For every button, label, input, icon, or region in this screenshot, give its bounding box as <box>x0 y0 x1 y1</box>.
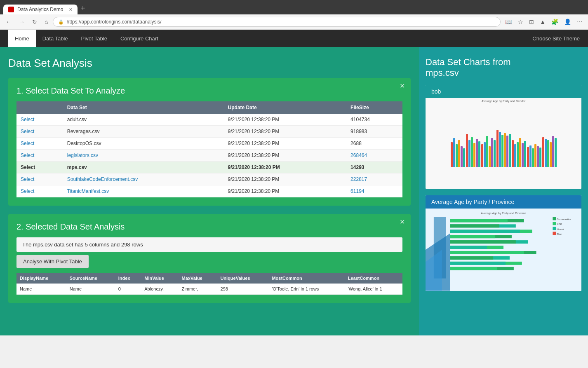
bar-group-1 <box>466 134 480 167</box>
bar-group-2 <box>481 136 496 167</box>
svg-rect-25 <box>553 217 556 220</box>
bar-group-6 <box>542 136 557 167</box>
filesize-2: 2688 <box>346 138 402 150</box>
bar-6-4 <box>552 136 554 167</box>
update-date-2: 9/21/2020 12:38:20 PM <box>224 138 347 150</box>
bar-3-4 <box>506 136 508 167</box>
bar-1-0 <box>466 134 468 167</box>
svg-rect-27 <box>553 222 556 225</box>
nav-home[interactable]: Home <box>8 30 36 47</box>
svg-text:NDP: NDP <box>557 223 562 225</box>
analysis-col-maxvalue: MaxValue <box>179 273 217 284</box>
analysis-section: ✕ 2. Selected Data Set Analysis The mps.… <box>8 214 411 303</box>
tab-title: Data Analytics Demo <box>17 7 63 12</box>
page-content: Data Set Analysis ✕ 1. Select Data Set T… <box>0 47 588 335</box>
select-button-6[interactable]: Select <box>16 185 63 197</box>
bar-6-2 <box>547 140 549 167</box>
dataset-name-3[interactable]: legislators.csv <box>63 150 224 162</box>
browser-right-buttons: 📖 ☆ ⊡ ▲ 🧩 👤 ⋯ <box>503 18 585 26</box>
url-text: https://app.controlorigins.com/dataanaly… <box>66 19 161 25</box>
filesize-4: 14293 <box>346 162 402 173</box>
analysis-col-mostcommon: MostCommon <box>268 273 344 284</box>
favorites-icon[interactable]: ☆ <box>516 18 525 26</box>
source-name-0: Name <box>66 284 115 295</box>
select-button-3[interactable]: Select <box>16 150 63 162</box>
bar-6-1 <box>545 139 547 167</box>
dataset-name-5[interactable]: SouthlakeCodeEnforcement.csv <box>63 173 224 185</box>
bar-0-2 <box>456 144 458 167</box>
bar-1-5 <box>478 141 480 167</box>
bar-0-3 <box>458 140 460 167</box>
bar-5-3 <box>534 144 536 167</box>
select-button-2[interactable]: Select <box>16 138 63 150</box>
page-title: Data Set Analysis <box>8 57 411 70</box>
dataset-name-4: mps.csv <box>63 162 224 173</box>
read-mode-icon[interactable]: 📖 <box>503 18 514 26</box>
bar-3-5 <box>509 134 511 167</box>
dataset-section: ✕ 1. Select Data Set To Analyze Data Set… <box>8 78 411 206</box>
bar-6-5 <box>555 138 557 167</box>
menu-icon[interactable]: ⋯ <box>575 18 585 26</box>
section2-close-button[interactable]: ✕ <box>400 218 405 226</box>
choose-site-theme[interactable]: Choose Site Theme <box>532 35 580 42</box>
filesize-6: 61194 <box>346 185 402 197</box>
tab-favicon <box>8 7 14 12</box>
svg-rect-20 <box>450 267 497 270</box>
min-value-0: Ablonczy, <box>141 284 178 295</box>
analysis-col-sourcename: SourceName <box>66 273 115 284</box>
svg-rect-31 <box>553 232 556 235</box>
active-tab[interactable]: Data Analytics Demo ✕ <box>3 5 78 14</box>
analysis-col-uniquevalues: UniqueValues <box>217 273 268 284</box>
refresh-button[interactable]: ↻ <box>30 18 40 26</box>
bar-5-2 <box>532 148 534 167</box>
home-button[interactable]: ⌂ <box>42 18 50 26</box>
nav-data-table[interactable]: Data Table <box>36 30 75 47</box>
svg-rect-6 <box>450 230 520 233</box>
screenshot-icon[interactable]: ⊡ <box>527 18 536 26</box>
select-button-4[interactable]: Select <box>16 162 63 173</box>
bar-5-1 <box>529 145 532 167</box>
bar-3-1 <box>499 132 501 167</box>
dataset-name-2: DesktopOS.csv <box>63 138 224 150</box>
section1-close-button[interactable]: ✕ <box>400 82 405 90</box>
back-button[interactable]: ← <box>3 18 14 26</box>
dataset-name-6[interactable]: TitanicManifest.csv <box>63 185 224 197</box>
section2-title: 2. Selected Data Set Analysis <box>16 222 402 232</box>
filesize-1: 918983 <box>346 126 402 138</box>
url-bar[interactable]: 🔒 https://app.controlorigins.com/dataana… <box>53 17 501 27</box>
nav-pivot-table[interactable]: Pivot Table <box>75 30 114 47</box>
bar-1-2 <box>471 137 473 167</box>
select-button-0[interactable]: Select <box>16 114 63 126</box>
nav-configure-chart[interactable]: Configure Chart <box>114 30 165 47</box>
bar-2-1 <box>484 142 486 167</box>
svg-text:Liberal: Liberal <box>557 228 564 230</box>
bar-3-0 <box>496 130 499 167</box>
bar-2-3 <box>489 146 491 167</box>
forward-button[interactable]: → <box>16 18 27 26</box>
bar-group-5 <box>527 144 541 167</box>
svg-rect-2 <box>450 219 508 222</box>
analyse-pivot-button[interactable]: Analyse With Pivot Table <box>16 255 89 268</box>
edge-icon[interactable]: ▲ <box>538 18 548 26</box>
display-name-0: Name <box>16 284 66 295</box>
bar-3-2 <box>501 135 503 167</box>
dataset-table: Data Set Update Date FileSize Select adu… <box>16 101 402 197</box>
bar-0-5 <box>463 148 465 167</box>
col-action <box>16 101 63 114</box>
new-tab-button[interactable]: + <box>78 2 89 14</box>
profile-icon[interactable]: 👤 <box>562 18 573 26</box>
bar-5-4 <box>537 146 539 167</box>
bar-6-0 <box>542 137 544 167</box>
extensions-icon[interactable]: 🧩 <box>549 18 560 26</box>
filesize-3: 268464 <box>346 150 402 162</box>
tab-close-button[interactable]: ✕ <box>69 7 73 12</box>
unique-values-0: 298 <box>217 284 268 295</box>
bar-2-5 <box>494 140 496 167</box>
bar-5-5 <box>539 148 541 167</box>
bar-2-0 <box>481 144 483 167</box>
svg-rect-8 <box>450 235 495 238</box>
select-button-1[interactable]: Select <box>16 126 63 138</box>
bar-0-4 <box>461 146 463 167</box>
select-button-5[interactable]: Select <box>16 173 63 185</box>
lock-icon: 🔒 <box>58 19 64 25</box>
